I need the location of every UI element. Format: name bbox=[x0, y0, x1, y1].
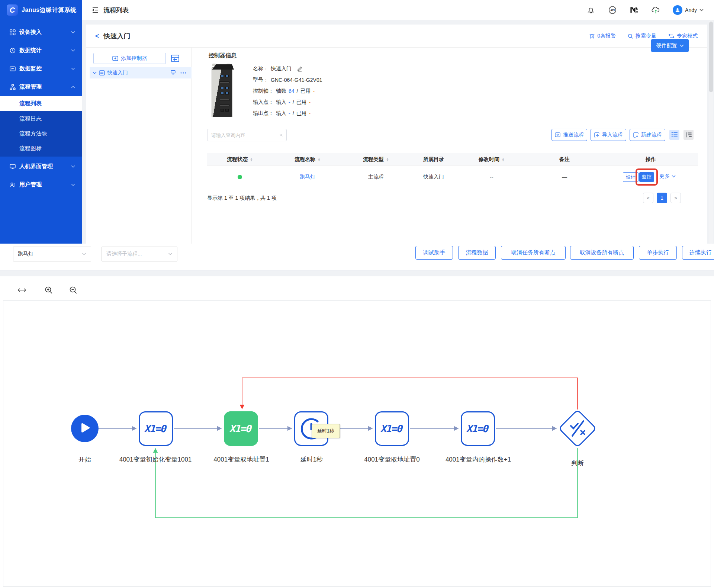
chevron-down-icon[interactable] bbox=[93, 71, 97, 74]
bell-icon[interactable] bbox=[586, 6, 595, 15]
cell-status bbox=[207, 175, 273, 179]
col-flow-status[interactable]: 流程状态▲▼ bbox=[207, 156, 273, 163]
sidebar-subitem-flow-method-block[interactable]: 流程方法块 bbox=[0, 126, 82, 141]
node-label-set0: 4001变量取地址置0 bbox=[364, 455, 419, 464]
new-flow-icon bbox=[633, 132, 639, 138]
design-button[interactable]: 设计 bbox=[623, 172, 639, 182]
edit-name-icon[interactable] bbox=[297, 66, 303, 72]
more-dots-icon[interactable] bbox=[180, 72, 186, 74]
col-flow-type[interactable]: 流程类型▲▼ bbox=[342, 156, 409, 163]
chevron-down-icon bbox=[672, 175, 676, 178]
monitor-button[interactable]: 监控 bbox=[639, 172, 654, 182]
breadcrumb[interactable]: < 快速入门 bbox=[95, 25, 131, 48]
cell-note: — bbox=[525, 174, 604, 180]
more-actions-button[interactable]: 更多 bbox=[659, 173, 676, 180]
flow-data-button[interactable]: 流程数据 bbox=[458, 246, 496, 260]
search-icon bbox=[628, 33, 633, 39]
flow-select[interactable]: 跑马灯 bbox=[13, 247, 91, 261]
cloud-sync-icon[interactable] bbox=[651, 6, 660, 15]
push-flow-button[interactable]: 推送流程 bbox=[551, 129, 587, 141]
next-page-button[interactable]: > bbox=[670, 193, 681, 203]
cancel-device-breakpoints-button[interactable]: 取消设备所有断点 bbox=[570, 246, 634, 260]
controller-tree-panel: 添加控制器 快速入门 bbox=[86, 48, 192, 244]
search-icon[interactable] bbox=[280, 132, 283, 138]
flow-node-start[interactable] bbox=[71, 415, 99, 442]
sort-icon[interactable]: ▲▼ bbox=[318, 158, 321, 161]
panel-collapse-icon[interactable] bbox=[170, 54, 180, 63]
page-1-button[interactable]: 1 bbox=[657, 193, 667, 203]
controller-info-fields: 名称： 快速入门 型号： GNC-064-G41-G2V01 控制轴： 轴数 6… bbox=[253, 63, 322, 119]
flow-search-box bbox=[207, 129, 287, 141]
menu-collapse-icon[interactable] bbox=[91, 6, 100, 15]
sort-icon[interactable]: ▲▼ bbox=[386, 158, 389, 161]
debug-toolbar: 跑马灯 请选择子流程... 调试助手 流程数据 取消任务所有断点 取消设备所有断… bbox=[0, 244, 714, 270]
import-flow-button[interactable]: 导入流程 bbox=[591, 129, 626, 141]
user-menu[interactable]: Andy bbox=[673, 5, 704, 15]
prev-page-button[interactable]: < bbox=[643, 193, 653, 203]
api-icon[interactable]: API bbox=[608, 6, 617, 15]
import-flow-label: 导入流程 bbox=[602, 132, 623, 138]
flow-node-init-variable[interactable]: X1=0 bbox=[139, 411, 173, 446]
cancel-task-breakpoints-button[interactable]: 取消任务所有断点 bbox=[501, 246, 566, 260]
sidebar-item-label: 数据统计 bbox=[19, 47, 42, 54]
separator: / bbox=[297, 88, 298, 94]
sidebar-item-hmi-management[interactable]: 人机界面管理 bbox=[0, 157, 82, 176]
scrollbar-thumb[interactable] bbox=[709, 22, 713, 92]
flow-canvas-section: X1=0 X1=0 X1=0 X1=0 bbox=[0, 270, 714, 588]
flow-search-input[interactable] bbox=[211, 132, 277, 138]
alarm-link[interactable]: 0条报警 bbox=[589, 33, 616, 39]
sidebar-subitem-flow-list[interactable]: 流程列表 bbox=[0, 96, 82, 111]
flow-node-set-address-1[interactable]: X1=0 bbox=[224, 411, 258, 446]
more-actions-label: 更多 bbox=[659, 173, 670, 180]
field-axes: 控制轴： 轴数 64 / 已用 - bbox=[253, 86, 322, 97]
tree-view-icon[interactable] bbox=[684, 130, 694, 140]
flow-node-set-address-0[interactable]: X1=0 bbox=[375, 411, 409, 446]
search-variable-link[interactable]: 搜索变量 bbox=[628, 33, 656, 39]
col-flow-name[interactable]: 流程名称▲▼ bbox=[273, 156, 342, 163]
col-modified-time[interactable]: 修改时间▲▼ bbox=[458, 156, 525, 163]
expert-mode-label: 专家模式 bbox=[677, 33, 698, 39]
node-label-increment: 4001变量内的操作数+1 bbox=[446, 455, 511, 464]
flow-name-link[interactable]: 跑马灯 bbox=[300, 174, 315, 180]
expert-mode-link[interactable]: 专家模式 bbox=[668, 33, 698, 39]
list-view-icon[interactable] bbox=[669, 130, 679, 140]
sidebar-item-device-access[interactable]: 设备接入 bbox=[0, 23, 82, 41]
sidebar-item-data-stats[interactable]: 数据统计 bbox=[0, 41, 82, 60]
sidebar-subitem-flow-log[interactable]: 流程日志 bbox=[0, 111, 82, 126]
controller-link-icon[interactable] bbox=[170, 70, 176, 75]
hardware-config-button[interactable]: 硬件配置 bbox=[651, 39, 689, 52]
sort-icon[interactable]: ▲▼ bbox=[250, 158, 253, 161]
sort-icon[interactable]: ▲▼ bbox=[502, 158, 505, 161]
sidebar-item-flow-management[interactable]: 流程管理 bbox=[0, 78, 82, 96]
new-flow-button[interactable]: 新建流程 bbox=[630, 129, 665, 141]
hmi-icon bbox=[10, 164, 16, 170]
sidebar-item-data-monitor[interactable]: 数据监控 bbox=[0, 60, 82, 78]
tree-node-quickstart[interactable]: 快速入门 bbox=[90, 67, 192, 78]
sidebar-item-user-management[interactable]: 用户管理 bbox=[0, 176, 82, 194]
svg-text:API: API bbox=[610, 9, 615, 12]
sidebar-subitem-flow-icon[interactable]: 流程图标 bbox=[0, 141, 82, 156]
subflow-select[interactable]: 请选择子流程... bbox=[102, 247, 177, 261]
push-icon bbox=[555, 132, 560, 137]
add-controller-button[interactable]: 添加控制器 bbox=[93, 53, 166, 64]
topbar: C Janus边缘计算系统 流程列表 API Andy bbox=[0, 0, 714, 20]
chevron-down-icon bbox=[168, 253, 173, 256]
alarm-icon bbox=[589, 33, 595, 39]
page-scrollbar[interactable] bbox=[709, 20, 713, 244]
step-execute-button[interactable]: 单步执行 bbox=[639, 246, 677, 260]
flow-node-increment[interactable]: X1=0 bbox=[461, 411, 495, 446]
continuous-execute-button[interactable]: 连续执行 bbox=[682, 246, 714, 260]
tree-node-label: 快速入门 bbox=[107, 70, 128, 76]
debug-assistant-button[interactable]: 调试助手 bbox=[415, 246, 453, 260]
back-chevron-icon[interactable]: < bbox=[95, 32, 99, 40]
status-dot-running bbox=[238, 175, 242, 179]
flow-icon bbox=[10, 84, 16, 90]
avatar bbox=[673, 5, 682, 15]
col-actions: 操作 bbox=[604, 156, 698, 163]
chevron-down-icon bbox=[699, 9, 704, 12]
sidebar-subitem-label: 流程列表 bbox=[19, 100, 42, 107]
ni-network-icon[interactable] bbox=[630, 6, 639, 15]
sidebar-item-label: 流程管理 bbox=[19, 83, 42, 90]
flow-diagram[interactable]: X1=0 X1=0 X1=0 X1=0 bbox=[0, 270, 714, 588]
node-label-start: 开始 bbox=[78, 455, 91, 464]
